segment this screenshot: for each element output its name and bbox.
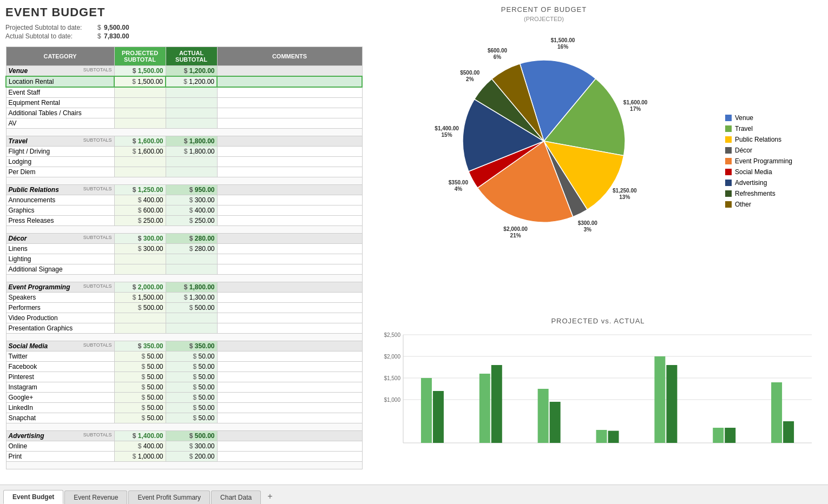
table-row[interactable]: Additional Signage: [6, 264, 362, 275]
table-row[interactable]: Location Rental $ 1,500.00 $ 1,200.00: [6, 76, 362, 87]
item-comments: [217, 157, 362, 167]
table-row[interactable]: Announcements $ 400.00 $ 300.00: [6, 195, 362, 205]
subtotal-projected: $ 1,500.00: [114, 66, 166, 77]
table-row[interactable]: Linens $ 300.00 $ 280.00: [6, 244, 362, 254]
subtotal-actual: $ 1,800.00: [166, 282, 217, 293]
item-comments: [217, 372, 362, 382]
table-row[interactable]: Video Production: [6, 313, 362, 323]
table-header-row: CATEGORY PROJECTED SUBTOTAL ACTUAL SUBTO…: [6, 47, 362, 66]
table-row[interactable]: Graphics $ 600.00 $ 400.00: [6, 205, 362, 216]
item-actual: $ 50.00: [166, 382, 217, 393]
table-row[interactable]: Lighting: [6, 254, 362, 264]
item-name: Twitter: [6, 352, 114, 362]
item-actual: [166, 313, 217, 323]
item-projected: $ 300.00: [114, 244, 166, 254]
item-comments: [217, 452, 362, 462]
table-row[interactable]: Speakers $ 1,500.00 $ 1,300.00: [6, 293, 362, 303]
legend-label: Refreshments: [735, 190, 776, 197]
table-row[interactable]: Google+ $ 50.00 $ 50.00: [6, 393, 362, 403]
item-name: Announcements: [6, 195, 114, 205]
table-row[interactable]: Equipment Rental: [6, 98, 362, 108]
legend-color: [725, 115, 732, 121]
table-row[interactable]: Per Diem: [6, 167, 362, 177]
legend-label: Advertising: [735, 179, 767, 187]
bar-actual: [550, 402, 561, 443]
pie-wrapper: PERCENT OF BUDGET (PROJECTED) $1,500.001…: [373, 5, 714, 317]
col-header-projected: PROJECTED SUBTOTAL: [114, 47, 166, 66]
table-row[interactable]: Pinterest $ 50.00 $ 50.00: [6, 372, 362, 382]
item-comments: [217, 441, 362, 452]
legend-label: Event Programming: [735, 157, 792, 165]
subtotal-category: Venue SUBTOTALS: [6, 66, 114, 77]
tab-event-budget[interactable]: Event Budget: [3, 490, 63, 504]
legend-color: [725, 147, 732, 154]
table-row[interactable]: Online $ 400.00 $ 300.00: [6, 441, 362, 452]
table-row[interactable]: LinkedIn $ 50.00 $ 50.00: [6, 403, 362, 413]
item-comments: [217, 118, 362, 129]
item-name: LinkedIn: [6, 403, 114, 413]
pie-label-value: $1,500.00: [551, 37, 575, 43]
table-row[interactable]: Press Releases $ 250.00 $ 250.00: [6, 216, 362, 226]
subtotal-comments: [217, 341, 362, 352]
item-name: Presentation Graphics: [6, 323, 114, 334]
legend-item: Public Relations: [725, 136, 823, 143]
item-projected: $ 1,500.00: [114, 293, 166, 303]
table-row[interactable]: Snapchat $ 50.00 $ 50.00: [6, 413, 362, 423]
legend-item: Other: [725, 201, 823, 208]
item-projected: [114, 87, 166, 98]
item-projected: $ 50.00: [114, 372, 166, 382]
table-row[interactable]: Facebook $ 50.00 $ 50.00: [6, 362, 362, 372]
subtotal-category: Public Relations SUBTOTALS: [6, 185, 114, 195]
subtotal-row: Décor SUBTOTALS $ 300.00 $ 280.00: [6, 234, 362, 244]
add-tab-button[interactable]: +: [262, 489, 278, 504]
item-name: Performers: [6, 303, 114, 313]
legend-label: Social Media: [735, 168, 772, 176]
item-projected: [114, 323, 166, 334]
item-projected: $ 1,600.00: [114, 147, 166, 157]
item-projected: [114, 264, 166, 275]
legend-color: [725, 125, 732, 132]
tab-event-profit-summary[interactable]: Event Profit Summary: [128, 490, 210, 504]
item-actual: $ 400.00: [166, 205, 217, 216]
item-projected: $ 400.00: [114, 441, 166, 452]
subtotal-comments: [217, 136, 362, 147]
table-row[interactable]: Event Staff: [6, 87, 362, 98]
pie-label-value: $500.00: [460, 70, 480, 76]
subtotal-row: Event Programming SUBTOTALS $ 2,000.00 $…: [6, 282, 362, 293]
item-projected: $ 250.00: [114, 216, 166, 226]
table-row[interactable]: AV: [6, 118, 362, 129]
item-comments: [217, 303, 362, 313]
bar-projected: [713, 428, 724, 443]
table-row[interactable]: Instagram $ 50.00 $ 50.00: [6, 382, 362, 393]
item-comments: [217, 313, 362, 323]
tab-chart-data[interactable]: Chart Data: [211, 490, 261, 504]
bar-actual: [666, 365, 677, 443]
tab-event-revenue[interactable]: Event Revenue: [64, 490, 127, 504]
pie-label-percent: 15%: [442, 132, 452, 138]
legend-item: Social Media: [725, 168, 823, 176]
item-projected: $ 1,500.00: [114, 76, 166, 87]
pie-label-percent: 2%: [466, 76, 474, 82]
projected-label: Projected Subtotal to date:: [5, 24, 97, 31]
item-projected: $ 50.00: [114, 403, 166, 413]
table-row[interactable]: Additional Tables / Chairs: [6, 108, 362, 118]
col-header-actual: ACTUAL SUBTOTAL: [166, 47, 217, 66]
table-row[interactable]: Lodging: [6, 157, 362, 167]
table-row[interactable]: Twitter $ 50.00 $ 50.00: [6, 352, 362, 362]
item-projected: $ 50.00: [114, 413, 166, 423]
spacer-row: [6, 275, 362, 282]
item-actual: [166, 254, 217, 264]
pie-label-value: $600.00: [488, 48, 508, 54]
item-actual: [166, 87, 217, 98]
item-projected: [114, 98, 166, 108]
table-row[interactable]: Presentation Graphics: [6, 323, 362, 334]
item-actual: $ 1,300.00: [166, 293, 217, 303]
item-comments: [217, 403, 362, 413]
table-row[interactable]: Print $ 1,000.00 $ 200.00: [6, 452, 362, 462]
pie-label-value: $1,250.00: [613, 188, 637, 194]
bar-chart-title: PROJECTED vs. ACTUAL: [373, 317, 823, 325]
table-row[interactable]: Performers $ 500.00 $ 500.00: [6, 303, 362, 313]
bar-projected: [538, 389, 549, 443]
item-name: Flight / Driving: [6, 147, 114, 157]
table-row[interactable]: Flight / Driving $ 1,600.00 $ 1,800.00: [6, 147, 362, 157]
